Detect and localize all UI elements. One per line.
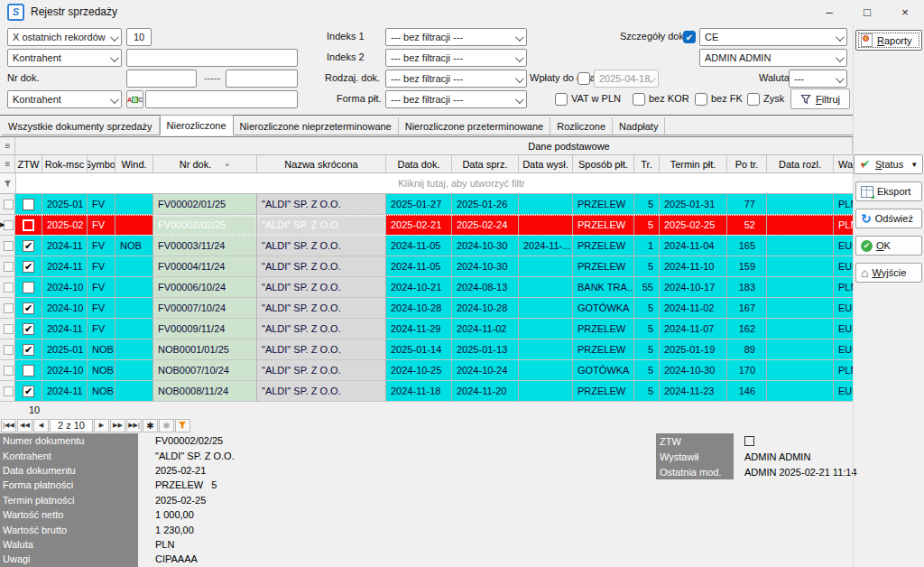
cell-po_tr[interactable]: 162: [727, 319, 767, 339]
cell-sposob[interactable]: GOTÓWKA: [573, 360, 634, 381]
row-select-checkbox[interactable]: [4, 324, 14, 334]
cell-data_rozl[interactable]: [767, 236, 834, 256]
cell-po_tr[interactable]: 167: [727, 298, 767, 319]
cell-po_tr[interactable]: 52: [727, 215, 767, 236]
cell-wind[interactable]: NOB: [116, 236, 153, 256]
row-select-checkbox[interactable]: [4, 345, 14, 355]
row-indicator-cell[interactable]: [0, 256, 15, 277]
pager-star-icon[interactable]: ✱: [143, 419, 158, 432]
cell-termin[interactable]: 2024-11-04: [660, 236, 727, 256]
maximize-button[interactable]: □: [848, 0, 886, 23]
cell-tr[interactable]: 5: [634, 319, 660, 339]
cell-nr_dok[interactable]: FV00003/11/24: [153, 236, 257, 256]
ztw-checkbox[interactable]: [23, 282, 34, 293]
ztw-checkbox[interactable]: [23, 219, 34, 231]
column-header-termin[interactable]: Termin płt.: [660, 155, 727, 173]
cell-termin[interactable]: 2024-11-23: [660, 381, 727, 402]
cell-symbol[interactable]: NOB: [88, 339, 116, 360]
cell-wind[interactable]: [116, 319, 153, 339]
ztw-checkbox[interactable]: ✔: [23, 386, 34, 397]
row-indicator-cell[interactable]: ▶: [0, 215, 15, 236]
cell-data_dok[interactable]: 2025-01-27: [386, 194, 452, 215]
minimize-button[interactable]: –: [810, 0, 848, 23]
cell-data_wysl[interactable]: [519, 381, 573, 402]
cell-data_wysl[interactable]: 2024-11-...: [519, 236, 573, 256]
cell-data_dok[interactable]: 2024-11-05: [386, 256, 452, 277]
cell-data_sprz[interactable]: 2025-02-24: [452, 215, 519, 236]
ztw-cell[interactable]: ✔: [15, 381, 42, 402]
ztw-cell[interactable]: [15, 215, 42, 236]
cell-data_sprz[interactable]: 2025-01-26: [452, 194, 519, 215]
pager-next-icon-2[interactable]: ▶▶|: [126, 419, 142, 432]
ztw-cell[interactable]: ✔: [15, 339, 42, 360]
row-indicator-cell[interactable]: [0, 319, 15, 339]
wyjscie-button[interactable]: ⌂ Wyjście: [855, 263, 922, 283]
column-header-data_dok[interactable]: Data dok.: [386, 155, 452, 173]
column-chooser-icon[interactable]: ≡: [0, 137, 15, 155]
column-header-tr[interactable]: Tr.: [634, 155, 660, 173]
zysk-checkbox[interactable]: [747, 93, 760, 106]
cell-waluta[interactable]: PLN: [834, 194, 853, 215]
cell-waluta[interactable]: EUR: [834, 319, 853, 339]
cell-tr[interactable]: 5: [634, 339, 660, 360]
vat-pln-checkbox[interactable]: [555, 93, 568, 106]
tab-nadp-aty[interactable]: Nadpłaty: [613, 117, 665, 135]
cell-sposob[interactable]: PRZELEW: [573, 215, 634, 236]
cell-sposob[interactable]: PRZELEW: [573, 381, 634, 402]
ztw-checkbox[interactable]: [23, 365, 34, 376]
cell-waluta[interactable]: EUR: [834, 381, 853, 402]
pager-funnel-icon[interactable]: [175, 419, 190, 432]
bez-kor-checkbox[interactable]: [633, 93, 645, 106]
cell-data_dok[interactable]: 2024-11-29: [386, 319, 452, 339]
column-header-data_sprz[interactable]: Data sprz.: [452, 155, 519, 173]
cell-sposob[interactable]: GOTÓWKA: [573, 298, 634, 319]
records-count-input[interactable]: 10: [126, 28, 152, 46]
cell-symbol[interactable]: NOB: [88, 360, 116, 381]
tab-nierozliczone[interactable]: Nierozliczone: [160, 115, 234, 135]
cell-tr[interactable]: 1: [634, 236, 660, 256]
cell-data_wysl[interactable]: [519, 215, 573, 236]
cell-po_tr[interactable]: 89: [727, 339, 767, 360]
column-header-waluta[interactable]: Waluta: [834, 155, 853, 173]
odswiez-button[interactable]: ↻ Odśwież: [855, 209, 922, 228]
column-header-symbol[interactable]: Symbol: [88, 155, 116, 173]
cell-data_rozl[interactable]: [767, 319, 834, 339]
nrdok-from-input[interactable]: [126, 70, 197, 88]
ztw-checkbox[interactable]: [23, 199, 34, 210]
kontrahent-input[interactable]: [126, 49, 298, 67]
cell-tr[interactable]: 5: [634, 256, 660, 277]
row-select-checkbox[interactable]: [4, 386, 14, 396]
ztw-cell[interactable]: ✔: [15, 236, 42, 256]
pager-prev-icon-1[interactable]: ◀◀: [17, 419, 32, 432]
cell-nr_dok[interactable]: FV00006/10/24: [153, 277, 257, 298]
row-select-checkbox[interactable]: [4, 200, 14, 209]
ztw-cell[interactable]: ✔: [15, 298, 42, 319]
cell-data_wysl[interactable]: [519, 256, 573, 277]
cell-nazwa[interactable]: "ALDI" SP. Z O.O.: [257, 236, 386, 256]
cell-data_rozl[interactable]: [767, 381, 834, 402]
cell-nr_dok[interactable]: FV00007/10/24: [153, 298, 257, 319]
tab-nierozliczone-nieprzeterminowane[interactable]: Nierozliczone nieprzeterminowane: [234, 117, 399, 135]
tab-wszystkie-dokumenty-sprzeda-y[interactable]: Wszystkie dokumenty sprzedaży: [2, 117, 160, 135]
cell-data_sprz[interactable]: 2024-10-28: [452, 298, 519, 319]
cell-sposob[interactable]: PRZELEW: [573, 339, 634, 360]
row-indicator-cell[interactable]: [0, 360, 15, 381]
cell-waluta[interactable]: EUR: [834, 256, 853, 277]
ztw-cell[interactable]: ✔: [15, 319, 42, 339]
nrdok-to-input[interactable]: [226, 70, 298, 88]
ztw-checkbox[interactable]: ✔: [23, 344, 34, 356]
cell-termin[interactable]: 2025-01-19: [660, 339, 727, 360]
cell-wind[interactable]: [116, 256, 153, 277]
cell-data_sprz[interactable]: 2024-11-20: [452, 381, 519, 402]
pager-prev-icon-0[interactable]: |◀◀: [1, 419, 16, 432]
cell-sposob[interactable]: PRZELEW: [573, 256, 634, 277]
row-indicator-cell[interactable]: [0, 381, 15, 402]
cell-nazwa[interactable]: "ALDI" SP. Z O.O.: [257, 298, 386, 319]
table-row[interactable]: 2025-01FVFV00002/01/25"ALDI" SP. Z O.O.2…: [0, 194, 853, 215]
cell-data_sprz[interactable]: 2024-10-24: [452, 360, 519, 381]
indeks1-combo[interactable]: --- bez filtracji ---: [385, 28, 527, 46]
status-button[interactable]: ▼✔ Status ▼: [854, 154, 923, 174]
szczegoly-checkbox[interactable]: ✔: [683, 31, 696, 43]
cell-nr_dok[interactable]: FV00004/11/24: [153, 256, 257, 277]
cell-data_wysl[interactable]: [519, 339, 573, 360]
